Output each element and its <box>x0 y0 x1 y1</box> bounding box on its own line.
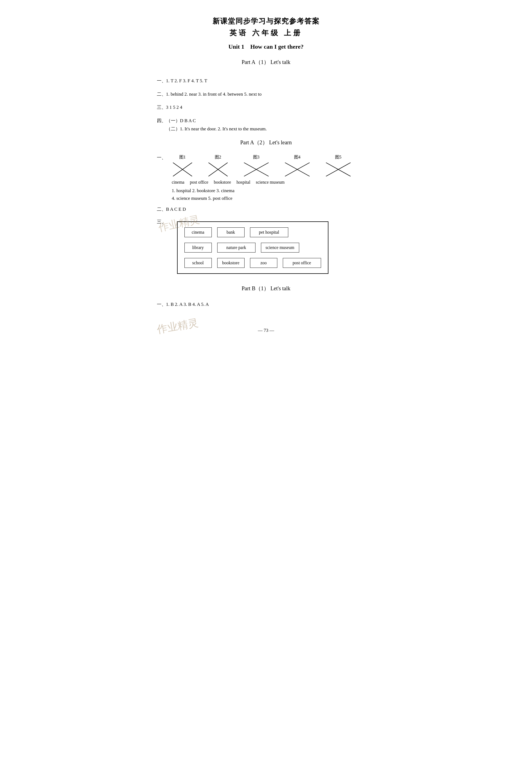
part-a2-title: Part A（2） Let's learn <box>157 139 375 146</box>
place-labels-row: cinema post office bookstore hospital sc… <box>172 180 375 185</box>
part-b1-title: Part B（1） Let's talk <box>157 285 375 292</box>
section-1-label: 一、 <box>157 78 166 83</box>
figure-1-label: 图1 <box>179 154 186 160</box>
section-2-content: 1. behind 2. near 3. in front of 4. betw… <box>166 92 262 97</box>
figure-3: 图3 <box>243 154 270 178</box>
figure-2: 图2 <box>207 154 229 178</box>
section-2-a2: 二、B A C E D <box>157 205 375 214</box>
section-4-a1: 四、（一）D B A C （二）1. It's near the door. 2… <box>157 117 375 133</box>
section-1-b1: 一、1. B 2. A 3. B 4. A 5. A <box>157 300 375 309</box>
bottom-watermark-text: 作业精灵 <box>156 316 199 337</box>
grid-cell-pet-hospital: pet hospital <box>250 227 288 237</box>
figure-row-label: 一、 <box>157 154 166 161</box>
section-3-content: 3 1 5 2 4 <box>166 105 183 110</box>
figure-2-label: 图2 <box>215 154 221 160</box>
page-number: — 73 — <box>157 328 375 333</box>
section-3-a2-row: 三、 作业精灵 cinema bank pet hospital library… <box>157 219 375 279</box>
section-4-content-2: （二）1. It's near the door. 2. It's next t… <box>166 126 267 131</box>
section-2-a2-content: B A C E D <box>166 207 186 212</box>
figure-1: 图1 <box>172 154 193 178</box>
grid-container: cinema bank pet hospital library nature … <box>177 221 328 274</box>
section-3-label: 三、 <box>157 105 166 110</box>
figure-2-cross <box>207 161 229 178</box>
place-hospital: hospital <box>237 180 251 185</box>
figure-5: 图5 <box>325 154 352 178</box>
unit-question: How can I get there? <box>250 43 304 50</box>
grid-cell-library: library <box>184 243 212 253</box>
figure-4-label: 图4 <box>294 154 301 160</box>
answers-2: 4. science museum 5. post office <box>172 196 375 201</box>
section-3-a2-label: 三、 <box>157 219 166 224</box>
title-main: 新课堂同步学习与探究参考答案 <box>157 16 375 26</box>
figure-4: 图4 <box>284 154 311 178</box>
unit-label: Unit 1 <box>228 43 244 50</box>
grid-row-2: library nature park science museum <box>184 243 321 253</box>
page-header: 新课堂同步学习与探究参考答案 英语 六年级 上册 Unit 1 How can … <box>157 16 375 50</box>
grid-cell-post-office: post office <box>283 258 321 268</box>
place-science-museum: science museum <box>256 180 284 185</box>
place-cinema: cinema <box>172 180 184 185</box>
section-4-label: 四、 <box>157 118 166 123</box>
grid-cell-cinema: cinema <box>184 227 212 237</box>
figure-1-cross <box>172 161 193 178</box>
section-1-content: 1. T 2. F 3. F 4. T 5. T <box>166 78 207 83</box>
section-1-b1-label: 一、 <box>157 302 166 307</box>
section-2-a1: 二、1. behind 2. near 3. in front of 4. be… <box>157 90 375 99</box>
grid-cell-science-museum: science museum <box>261 243 299 253</box>
figures-container: 图1 图2 图3 图4 <box>172 154 352 178</box>
place-post-office: post office <box>190 180 208 185</box>
section-2-a2-label: 二、 <box>157 207 166 212</box>
figure-row: 一、 图1 图2 图3 图4 <box>157 154 375 178</box>
figure-3-cross <box>243 161 270 178</box>
figure-3-label: 图3 <box>253 154 260 160</box>
grid-cell-bank: bank <box>217 227 245 237</box>
figure-5-label: 图5 <box>335 154 342 160</box>
grid-cell-school: school <box>184 258 212 268</box>
section-2-label: 二、 <box>157 92 166 97</box>
grid-cell-bookstore: bookstore <box>217 258 245 268</box>
grid-cell-zoo: zoo <box>250 258 277 268</box>
section-3-a2-label-container: 三、 作业精灵 <box>157 219 166 225</box>
figure-5-cross <box>325 161 352 178</box>
section-1-b1-content: 1. B 2. A 3. B 4. A 5. A <box>166 302 209 307</box>
section-3-a1: 三、3 1 5 2 4 <box>157 103 375 112</box>
grid-row-3: school bookstore zoo post office <box>184 258 321 268</box>
grid-cell-nature-park: nature park <box>217 243 255 253</box>
unit-title: Unit 1 How can I get there? <box>157 43 375 50</box>
figure-4-cross <box>284 161 311 178</box>
section-1-a1: 一、1. T 2. F 3. F 4. T 5. T <box>157 77 375 85</box>
section-4-content-1: （一）D B A C <box>166 118 196 123</box>
answers-1: 1. hospital 2. bookstore 3. cinema <box>172 188 375 194</box>
part-a1-title: Part A（1） Let's talk <box>157 58 375 66</box>
title-sub: 英语 六年级 上册 <box>157 28 375 38</box>
bottom-area: 作业精灵 — 73 — <box>157 314 375 333</box>
place-bookstore: bookstore <box>214 180 231 185</box>
grid-row-1: cinema bank pet hospital <box>184 227 321 237</box>
